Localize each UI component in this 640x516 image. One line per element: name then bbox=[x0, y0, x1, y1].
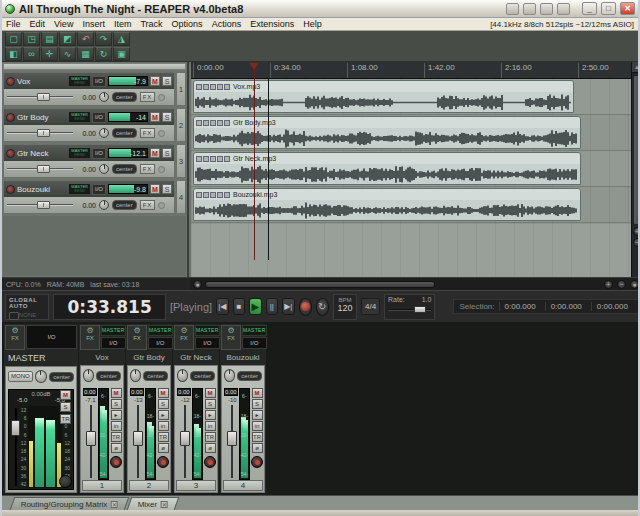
route-button[interactable]: MASTERSEND bbox=[69, 148, 90, 158]
solo-button[interactable]: S bbox=[111, 399, 122, 409]
track-lane[interactable]: Gtr Neck.mp3 bbox=[191, 151, 631, 187]
mixer-strip-master[interactable]: ⚙FX I/O MASTER MONO center 0.00dB -5.0 -… bbox=[4, 324, 78, 493]
menu-options[interactable]: Options bbox=[172, 19, 203, 29]
item-lock-icon[interactable] bbox=[196, 84, 202, 90]
monitor-button[interactable]: ▸ bbox=[111, 410, 122, 420]
repeat-button[interactable]: ↻ bbox=[316, 298, 329, 316]
io-button[interactable]: I/O bbox=[148, 337, 173, 349]
fx-button[interactable]: ⚙FX bbox=[80, 325, 100, 350]
menu-edit[interactable]: Edit bbox=[30, 19, 46, 29]
solo-button[interactable]: S bbox=[162, 184, 172, 194]
trim-button[interactable]: TR bbox=[111, 432, 122, 442]
hscroll-thumb[interactable] bbox=[205, 281, 435, 288]
bpm-box[interactable]: BPM 120 bbox=[333, 294, 357, 320]
monitor-button[interactable]: ▸ bbox=[205, 410, 216, 420]
fx-button[interactable]: FX bbox=[140, 92, 156, 102]
title-bar[interactable]: All Through The Night - REAPER v4.0beta8… bbox=[2, 0, 638, 18]
pan-knob[interactable] bbox=[130, 369, 141, 382]
master-pan-knob[interactable] bbox=[35, 370, 48, 383]
mute-button[interactable]: M bbox=[111, 388, 122, 398]
master-fader[interactable] bbox=[11, 406, 19, 488]
mixer-strip-gtr-body[interactable]: ⚙FX MASTER I/O Gtr Body center 0.00 -13 bbox=[126, 324, 172, 493]
hzoom-fit-icon[interactable]: ● bbox=[630, 280, 639, 289]
grid-icon[interactable]: ▦ bbox=[77, 47, 94, 61]
route-button[interactable]: MASTER bbox=[242, 325, 267, 336]
env-button[interactable] bbox=[158, 166, 165, 173]
master-solo-button[interactable]: S bbox=[60, 402, 71, 412]
render-icon[interactable]: ◮ bbox=[113, 32, 130, 46]
record-arm-icon[interactable] bbox=[6, 113, 15, 122]
titlebar-tool-button-3[interactable] bbox=[540, 3, 553, 15]
item-fx-icon[interactable] bbox=[224, 120, 230, 126]
envelope-icon[interactable]: ∿ bbox=[59, 47, 76, 61]
save-project-icon[interactable]: ▤ bbox=[41, 32, 58, 46]
crossfade-icon[interactable]: ∞ bbox=[23, 47, 40, 61]
item-mute-icon[interactable] bbox=[210, 84, 216, 90]
media-item[interactable]: Gtr Neck.mp3 bbox=[193, 152, 581, 185]
menu-file[interactable]: File bbox=[6, 19, 21, 29]
item-mute-icon[interactable] bbox=[210, 192, 216, 198]
monitor-button[interactable]: ▸ bbox=[158, 410, 169, 420]
trim-button[interactable]: TR bbox=[252, 432, 263, 442]
env-button[interactable] bbox=[158, 130, 165, 137]
track-name[interactable]: Vox bbox=[17, 77, 67, 86]
pan-knob[interactable] bbox=[99, 92, 109, 102]
volume-fader[interactable] bbox=[224, 403, 238, 480]
zoom-out-icon[interactable]: − bbox=[633, 238, 640, 247]
solo-button[interactable]: S bbox=[162, 76, 172, 86]
solo-button[interactable]: S bbox=[162, 148, 172, 158]
vscroll-thumb[interactable] bbox=[633, 75, 640, 225]
tab-close-icon[interactable]: ✕ bbox=[111, 501, 118, 508]
fx-button[interactable]: ⚙FX bbox=[127, 325, 147, 350]
item-fx-icon[interactable] bbox=[224, 156, 230, 162]
arrange-empty-area[interactable] bbox=[191, 224, 631, 277]
record-arm-button[interactable] bbox=[251, 456, 263, 468]
item-lock-icon[interactable] bbox=[196, 120, 202, 126]
scroll-up-icon[interactable]: ▲ bbox=[632, 62, 640, 73]
new-project-icon[interactable]: ▢ bbox=[5, 32, 22, 46]
solo-button[interactable]: S bbox=[252, 399, 263, 409]
io-button[interactable]: I/O bbox=[92, 148, 106, 159]
record-arm-icon[interactable] bbox=[6, 185, 15, 194]
item-fx-icon[interactable] bbox=[224, 192, 230, 198]
solo-button[interactable]: S bbox=[158, 399, 169, 409]
media-item[interactable]: Gtr Body.mp3 bbox=[193, 116, 581, 149]
mono-button[interactable]: MONO bbox=[8, 371, 33, 382]
volume-fader[interactable] bbox=[177, 403, 191, 480]
pan-knob[interactable] bbox=[99, 164, 109, 174]
mouse-edit-icon[interactable]: ✛ bbox=[41, 47, 58, 61]
time-display[interactable]: 0:33.815 bbox=[53, 294, 166, 320]
io-button[interactable]: I/O bbox=[92, 184, 106, 195]
global-auto-button[interactable]: GLOBAL AUTO NONE bbox=[5, 294, 49, 320]
menu-view[interactable]: View bbox=[54, 19, 73, 29]
stop-button[interactable]: ■ bbox=[233, 298, 245, 315]
mute-button[interactable]: M bbox=[158, 388, 169, 398]
master-trim-button[interactable]: TR bbox=[60, 414, 71, 424]
item-loop-icon[interactable] bbox=[203, 156, 209, 162]
volume-slider[interactable] bbox=[7, 165, 73, 173]
record-button[interactable] bbox=[299, 298, 312, 316]
fx-button[interactable]: FX bbox=[140, 200, 156, 210]
trim-button[interactable]: TR bbox=[205, 432, 216, 442]
fx-button[interactable]: FX bbox=[140, 164, 156, 174]
record-arm-button[interactable] bbox=[157, 456, 169, 468]
rate-slider[interactable] bbox=[388, 305, 431, 314]
hzoom-in-icon[interactable]: + bbox=[604, 280, 613, 289]
minimize-button[interactable]: _ bbox=[582, 2, 597, 15]
tab-routing-matrix[interactable]: Routing/Grouping Matrix ✕ bbox=[10, 497, 129, 510]
lock-icon[interactable]: ▣ bbox=[113, 47, 130, 61]
volume-slider[interactable] bbox=[7, 93, 73, 101]
item-props-icon[interactable] bbox=[217, 120, 223, 126]
track-name[interactable]: Gtr Body bbox=[17, 113, 67, 122]
item-loop-icon[interactable] bbox=[203, 192, 209, 198]
input-button[interactable]: in bbox=[205, 421, 216, 431]
item-props-icon[interactable] bbox=[217, 156, 223, 162]
pan-knob[interactable] bbox=[224, 369, 235, 382]
record-arm-icon[interactable] bbox=[6, 77, 15, 86]
route-button[interactable]: MASTERSEND bbox=[69, 184, 90, 194]
titlebar-tool-button-2[interactable] bbox=[523, 3, 536, 15]
phase-button[interactable]: ø bbox=[252, 443, 263, 453]
fx-button[interactable]: FX bbox=[140, 128, 156, 138]
mute-button[interactable]: M bbox=[150, 148, 160, 158]
record-arm-icon[interactable] bbox=[6, 149, 15, 158]
